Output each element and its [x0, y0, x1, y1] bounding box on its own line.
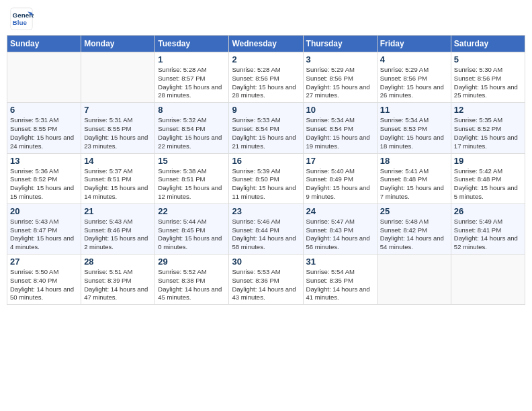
sunset-text: Sunset: 8:39 PM [84, 277, 152, 285]
daylight-text: Daylight: 15 hours and 7 minutes. [380, 184, 448, 201]
weekday-header-thursday: Thursday [303, 36, 377, 52]
sunrise-text: Sunrise: 5:33 AM [232, 116, 300, 125]
calendar-cell: 21Sunrise: 5:43 AMSunset: 8:46 PMDayligh… [81, 203, 155, 254]
sunrise-text: Sunrise: 5:41 AM [380, 167, 448, 176]
calendar-cell [81, 52, 155, 103]
daylight-text: Daylight: 14 hours and 54 minutes. [380, 234, 448, 252]
day-number: 20 [10, 206, 78, 216]
day-number: 28 [84, 257, 152, 267]
weekday-header-friday: Friday [377, 36, 451, 52]
daylight-text: Daylight: 15 hours and 12 minutes. [158, 184, 226, 201]
day-number: 22 [158, 206, 226, 216]
calendar-cell: 18Sunrise: 5:41 AMSunset: 8:48 PMDayligh… [377, 153, 451, 203]
weekday-header-monday: Monday [81, 36, 155, 52]
sunrise-text: Sunrise: 5:35 AM [454, 116, 522, 125]
daylight-text: Daylight: 15 hours and 25 minutes. [454, 83, 522, 101]
logo: General Blue [9, 7, 34, 31]
daylight-text: Daylight: 15 hours and 2 minutes. [84, 234, 152, 252]
calendar-cell: 24Sunrise: 5:47 AMSunset: 8:43 PMDayligh… [303, 203, 377, 254]
calendar-cell: 4Sunrise: 5:29 AMSunset: 8:56 PMDaylight… [377, 52, 451, 103]
sunrise-text: Sunrise: 5:50 AM [10, 268, 78, 277]
day-number: 7 [84, 105, 152, 115]
calendar-cell: 22Sunrise: 5:44 AMSunset: 8:45 PMDayligh… [155, 203, 229, 254]
day-number: 3 [306, 54, 374, 64]
sunset-text: Sunset: 8:56 PM [454, 75, 522, 83]
sunset-text: Sunset: 8:45 PM [158, 226, 226, 235]
calendar-cell: 30Sunrise: 5:53 AMSunset: 8:36 PMDayligh… [229, 255, 303, 305]
calendar-cell: 29Sunrise: 5:52 AMSunset: 8:38 PMDayligh… [155, 255, 229, 305]
sunset-text: Sunset: 8:54 PM [306, 125, 374, 134]
day-number: 24 [306, 206, 374, 216]
calendar-cell: 1Sunrise: 5:28 AMSunset: 8:57 PMDaylight… [155, 52, 229, 103]
sunrise-text: Sunrise: 5:29 AM [306, 66, 374, 75]
sunset-text: Sunset: 8:55 PM [10, 125, 78, 134]
daylight-text: Daylight: 15 hours and 17 minutes. [454, 134, 522, 151]
daylight-text: Daylight: 15 hours and 23 minutes. [84, 134, 152, 151]
daylight-text: Daylight: 15 hours and 15 minutes. [10, 184, 78, 201]
day-number: 5 [454, 54, 522, 64]
day-number: 29 [158, 257, 226, 267]
sunrise-text: Sunrise: 5:30 AM [454, 66, 522, 75]
calendar-week-row: 20Sunrise: 5:43 AMSunset: 8:47 PMDayligh… [7, 203, 525, 254]
sunrise-text: Sunrise: 5:40 AM [306, 167, 374, 176]
calendar-cell: 8Sunrise: 5:32 AMSunset: 8:54 PMDaylight… [155, 103, 229, 153]
calendar-cell: 5Sunrise: 5:30 AMSunset: 8:56 PMDaylight… [451, 52, 525, 103]
weekday-header-row: SundayMondayTuesdayWednesdayThursdayFrid… [7, 36, 525, 52]
sunset-text: Sunset: 8:41 PM [454, 226, 522, 235]
sunset-text: Sunset: 8:52 PM [454, 125, 522, 134]
sunset-text: Sunset: 8:36 PM [232, 277, 300, 285]
day-number: 25 [380, 206, 448, 216]
daylight-text: Daylight: 15 hours and 11 minutes. [232, 184, 300, 201]
sunrise-text: Sunrise: 5:48 AM [380, 218, 448, 226]
daylight-text: Daylight: 15 hours and 9 minutes. [306, 184, 374, 201]
calendar-cell: 19Sunrise: 5:42 AMSunset: 8:48 PMDayligh… [451, 153, 525, 203]
sunrise-text: Sunrise: 5:28 AM [232, 66, 300, 75]
daylight-text: Daylight: 15 hours and 24 minutes. [10, 134, 78, 151]
calendar-cell: 7Sunrise: 5:31 AMSunset: 8:55 PMDaylight… [81, 103, 155, 153]
day-number: 2 [232, 54, 300, 64]
day-number: 31 [306, 257, 374, 267]
calendar-cell: 14Sunrise: 5:37 AMSunset: 8:51 PMDayligh… [81, 153, 155, 203]
calendar-cell: 31Sunrise: 5:54 AMSunset: 8:35 PMDayligh… [303, 255, 377, 305]
sunset-text: Sunset: 8:48 PM [380, 175, 448, 184]
daylight-text: Daylight: 14 hours and 52 minutes. [454, 234, 522, 252]
daylight-text: Daylight: 15 hours and 18 minutes. [380, 134, 448, 151]
day-number: 12 [454, 105, 522, 115]
sunrise-text: Sunrise: 5:34 AM [306, 116, 374, 125]
calendar-cell: 20Sunrise: 5:43 AMSunset: 8:47 PMDayligh… [7, 203, 81, 254]
daylight-text: Daylight: 15 hours and 28 minutes. [232, 83, 300, 101]
calendar-cell [451, 255, 525, 305]
day-number: 21 [84, 206, 152, 216]
sunset-text: Sunset: 8:38 PM [158, 277, 226, 285]
calendar-cell: 2Sunrise: 5:28 AMSunset: 8:56 PMDaylight… [229, 52, 303, 103]
sunset-text: Sunset: 8:56 PM [306, 75, 374, 83]
calendar-week-row: 13Sunrise: 5:36 AMSunset: 8:52 PMDayligh… [7, 153, 525, 203]
day-number: 17 [306, 156, 374, 166]
daylight-text: Daylight: 15 hours and 21 minutes. [232, 134, 300, 151]
sunrise-text: Sunrise: 5:29 AM [380, 66, 448, 75]
day-number: 14 [84, 156, 152, 166]
sunset-text: Sunset: 8:40 PM [10, 277, 78, 285]
sunrise-text: Sunrise: 5:54 AM [306, 268, 374, 277]
sunset-text: Sunset: 8:48 PM [454, 175, 522, 184]
sunset-text: Sunset: 8:46 PM [84, 226, 152, 235]
calendar-cell: 11Sunrise: 5:34 AMSunset: 8:53 PMDayligh… [377, 103, 451, 153]
calendar-cell: 17Sunrise: 5:40 AMSunset: 8:49 PMDayligh… [303, 153, 377, 203]
day-number: 23 [232, 206, 300, 216]
day-number: 6 [10, 105, 78, 115]
day-number: 13 [10, 156, 78, 166]
day-number: 4 [380, 54, 448, 64]
calendar-cell: 23Sunrise: 5:46 AMSunset: 8:44 PMDayligh… [229, 203, 303, 254]
weekday-header-sunday: Sunday [7, 36, 81, 52]
day-number: 27 [10, 257, 78, 267]
calendar-cell: 15Sunrise: 5:38 AMSunset: 8:51 PMDayligh… [155, 153, 229, 203]
sunrise-text: Sunrise: 5:38 AM [158, 167, 226, 176]
sunset-text: Sunset: 8:50 PM [232, 175, 300, 184]
calendar-cell: 13Sunrise: 5:36 AMSunset: 8:52 PMDayligh… [7, 153, 81, 203]
sunrise-text: Sunrise: 5:37 AM [84, 167, 152, 176]
daylight-text: Daylight: 14 hours and 58 minutes. [232, 234, 300, 252]
sunset-text: Sunset: 8:54 PM [158, 125, 226, 134]
day-number: 30 [232, 257, 300, 267]
calendar-cell: 27Sunrise: 5:50 AMSunset: 8:40 PMDayligh… [7, 255, 81, 305]
sunset-text: Sunset: 8:53 PM [380, 125, 448, 134]
